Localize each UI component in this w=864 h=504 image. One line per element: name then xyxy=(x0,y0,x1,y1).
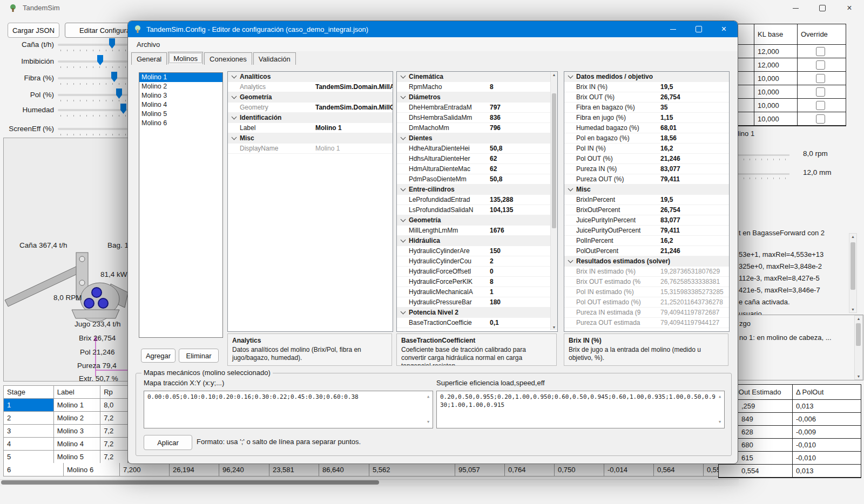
table-cell[interactable]: 7,2 xyxy=(100,451,128,463)
table-cell[interactable]: 7,200 xyxy=(120,463,170,476)
table-cell[interactable]: 7,2 xyxy=(100,438,128,450)
delta-polout-cell[interactable]: -0,006 xyxy=(793,413,860,425)
table-cell[interactable]: 96,240 xyxy=(219,463,269,476)
property-row[interactable]: HydraulicCylinderAre150 xyxy=(397,246,557,256)
property-value[interactable]: 35 xyxy=(658,103,729,112)
table-cell[interactable]: 0,564 xyxy=(654,463,704,476)
table-cell[interactable]: Molino 5 xyxy=(54,451,100,463)
property-row[interactable]: Pol OUT (%)21,246 xyxy=(564,154,729,164)
table-cell[interactable]: 3 xyxy=(4,425,54,437)
property-value[interactable]: 50,8 xyxy=(488,174,557,184)
table-cell[interactable]: 86,640 xyxy=(319,463,369,476)
table-cell[interactable]: Molino 2 xyxy=(54,412,100,424)
table-row[interactable]: 4Molino 47,2 xyxy=(4,438,128,451)
override-cell[interactable] xyxy=(798,45,843,58)
efficiency-surface-input[interactable]: 0.20,0.50,0.955;0.20,1.00,0.950;0.60,0.5… xyxy=(436,391,725,428)
dialog-minimize-icon[interactable] xyxy=(660,21,686,37)
slider-track[interactable] xyxy=(58,128,127,130)
property-category[interactable]: Geometría xyxy=(228,92,393,103)
maximize-icon[interactable] xyxy=(809,0,836,16)
dialog-titlebar[interactable]: TandemSim.Config - Editor de configuraci… xyxy=(128,21,738,37)
delta-polout-cell[interactable]: -0,010 xyxy=(793,439,860,451)
property-row[interactable]: Pureza IN (%)83,077 xyxy=(564,164,729,174)
property-row[interactable]: LabelMolino 1 xyxy=(228,123,393,133)
property-value[interactable]: Molino 1 xyxy=(313,123,393,133)
kl-base-cell[interactable]: 12,000 xyxy=(754,58,798,71)
slider-thumb[interactable] xyxy=(97,55,103,65)
table-row[interactable]: 680-0,010 xyxy=(719,439,861,452)
property-row[interactable]: HdmAlturaDienteMac62 xyxy=(397,164,557,174)
property-row[interactable]: LsProfundidadSalidaN104,135 xyxy=(397,205,557,215)
column-header[interactable]: Override xyxy=(798,24,843,44)
property-value[interactable]: 797 xyxy=(488,103,557,112)
slider-track[interactable] xyxy=(58,44,127,46)
property-value[interactable]: TandemSim.Domain.MillAn xyxy=(313,82,393,92)
property-row[interactable]: Brix OUT estimado (%26,76258533338381 xyxy=(564,277,729,287)
property-value[interactable]: 79,411 xyxy=(658,174,729,184)
property-value[interactable]: 83,077 xyxy=(658,164,729,174)
table-cell[interactable]: 23,581 xyxy=(269,463,319,476)
tab-molinos[interactable]: Molinos xyxy=(168,52,203,64)
slider-track[interactable] xyxy=(58,109,127,111)
property-value[interactable]: 79,411 xyxy=(658,226,729,235)
tab-conexiones[interactable]: Conexiones xyxy=(204,52,252,65)
override-checkbox[interactable] xyxy=(816,114,825,124)
property-row[interactable]: Brix IN (%)19,5 xyxy=(564,82,729,92)
override-cell[interactable] xyxy=(798,58,843,71)
property-value[interactable]: 26,754 xyxy=(658,92,729,102)
column-header[interactable]: Label xyxy=(54,386,100,398)
property-value[interactable]: 104,135 xyxy=(488,205,557,215)
property-row[interactable]: Pureza IN estimada (979,40941197872687 xyxy=(564,308,729,318)
override-checkbox[interactable] xyxy=(816,60,825,70)
dialog-close-icon[interactable]: × xyxy=(711,21,737,37)
override-cell[interactable] xyxy=(798,99,843,112)
property-row[interactable]: MillLengthLmMm1676 xyxy=(397,226,557,236)
list-item[interactable]: Molino 3 xyxy=(139,91,222,100)
property-row[interactable]: Brix OUT (%)26,754 xyxy=(564,92,729,103)
property-row[interactable]: HydraulicPressureBar180 xyxy=(397,297,557,308)
table-row[interactable]: 1Molino 18,0 xyxy=(4,399,128,412)
property-value[interactable]: 21,252011643736278 xyxy=(658,297,729,307)
property-row[interactable]: JuicePurityInPercent83,077 xyxy=(564,215,729,226)
property-category[interactable]: Datos medidos / objetivo xyxy=(564,72,729,82)
property-value[interactable]: 135,288 xyxy=(488,195,557,205)
table-row[interactable]: 615-0,010 xyxy=(719,452,861,465)
table-cell[interactable]: 5 xyxy=(4,451,54,463)
table-cell[interactable]: 8,0 xyxy=(100,399,128,411)
tab-validacion[interactable]: Validación xyxy=(253,52,296,65)
property-value[interactable]: 796 xyxy=(488,123,557,133)
tab-general[interactable]: General xyxy=(131,52,167,65)
property-value[interactable]: 62 xyxy=(488,164,557,174)
property-row[interactable]: HydraulicForcePerKlK8 xyxy=(397,277,557,287)
table-row[interactable]: 2Molino 27,2 xyxy=(4,412,128,425)
property-value[interactable]: 15,315983385273285 xyxy=(658,287,729,297)
table-row[interactable]: ,2590,013 xyxy=(719,400,861,413)
kl-base-cell[interactable]: 10,000 xyxy=(754,72,798,85)
stage-table-row6[interactable]: 6Molino 67,20026,19496,24023,58186,6405,… xyxy=(3,463,775,477)
delta-polout-cell[interactable]: 0,013 xyxy=(793,465,860,477)
apply-button[interactable]: Aplicar xyxy=(144,435,192,450)
property-category[interactable]: Resultados estimados (solver) xyxy=(564,256,729,267)
slider-track[interactable] xyxy=(58,60,127,63)
finding-item[interactable]: no 1: en molino de cabeza, ... xyxy=(739,333,832,342)
remove-button[interactable]: Eliminar xyxy=(179,349,219,363)
property-category[interactable]: Hidráulica xyxy=(397,236,557,246)
table-row[interactable]: 628-0,009 xyxy=(719,426,861,439)
slider-thumb[interactable] xyxy=(111,72,117,82)
rpm-slider[interactable] xyxy=(735,154,789,156)
findings-scrollbar[interactable]: ▲ ▼ xyxy=(854,315,863,380)
property-row[interactable]: DmMachoMm796 xyxy=(397,123,557,133)
property-value[interactable]: 50,8 xyxy=(488,144,557,153)
property-row[interactable]: GeometryTandemSim.Domain.MillGe xyxy=(228,103,393,113)
column-header[interactable]: Rp xyxy=(100,386,128,398)
property-value[interactable]: 19,5 xyxy=(658,195,729,205)
property-row[interactable]: Fibra en jugo (%)1,15 xyxy=(564,113,729,123)
property-category[interactable]: Misc xyxy=(564,185,729,195)
list-item[interactable]: Molino 5 xyxy=(139,110,222,119)
property-row[interactable]: Pureza OUT (%)79,411 xyxy=(564,174,729,185)
log-scrollbar[interactable]: ▲ ▼ xyxy=(849,233,857,313)
delta-polout-cell[interactable]: 0,013 xyxy=(793,400,860,412)
table-row[interactable]: 3Molino 37,2 xyxy=(4,425,128,438)
table-cell[interactable]: 7,2 xyxy=(100,425,128,437)
property-row[interactable]: JuicePurityOutPercent79,411 xyxy=(564,226,729,236)
